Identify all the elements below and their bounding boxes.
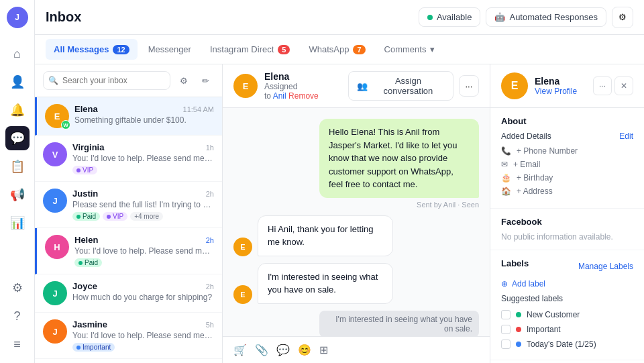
tab-all-messages[interactable]: All Messages 12 bbox=[46, 39, 138, 60]
notifications-icon[interactable]: 🔔 bbox=[5, 98, 30, 122]
settings-icon[interactable]: ⚙ bbox=[5, 276, 30, 300]
facebook-title: Facebook bbox=[501, 217, 633, 227]
tab-messenger[interactable]: Messenger bbox=[140, 39, 199, 60]
conversation-body: Jasmine 5h You: I'd love to help. Please… bbox=[72, 319, 214, 352]
automated-responses-button[interactable]: 🤖 Automated Responses bbox=[486, 7, 606, 27]
home-icon[interactable]: ⌂ bbox=[5, 42, 30, 66]
activity-section: Activity Keep track of important custome… bbox=[490, 360, 644, 363]
conversation-preview: Something giftable under $100. bbox=[74, 115, 214, 125]
help-icon[interactable]: ? bbox=[5, 304, 30, 328]
cart-icon[interactable]: 🛒 bbox=[233, 344, 247, 356]
analytics-icon[interactable]: 📊 bbox=[5, 211, 30, 235]
manage-labels-link[interactable]: Manage Labels bbox=[578, 262, 633, 271]
address-detail[interactable]: 🏠 + Address bbox=[501, 187, 633, 196]
tab-whatsapp-badge: 7 bbox=[353, 45, 365, 54]
more-options-button[interactable]: ··· bbox=[459, 75, 479, 97]
grid-icon[interactable]: ⊞ bbox=[319, 344, 328, 356]
inbox-icon[interactable]: 💬 bbox=[5, 126, 30, 150]
facebook-text: No public information available. bbox=[501, 232, 633, 242]
conversation-item[interactable]: H Helen 2h You: I'd love to help. Please… bbox=[35, 228, 222, 274]
platform-badge: W bbox=[61, 120, 70, 129]
more-options-icon[interactable]: ··· bbox=[593, 76, 612, 95]
attachment-icon[interactable]: 📎 bbox=[255, 344, 268, 356]
labels-section: Labels Manage Labels ⊕ Add label Suggest… bbox=[490, 250, 644, 360]
birthday-detail[interactable]: 🎂 + Birthday bbox=[501, 173, 633, 183]
message-received: E Hi Anil, thank you for letting me know… bbox=[233, 215, 393, 256]
page-header: Inbox Available 🤖 Automated Responses ⚙ bbox=[35, 0, 644, 35]
email-detail[interactable]: ✉ + Email bbox=[501, 160, 633, 169]
avatar: E W bbox=[45, 104, 69, 128]
conversation-time: 5h bbox=[206, 321, 214, 329]
panel-user: E Elena View Profile bbox=[501, 72, 577, 99]
status-button[interactable]: Available bbox=[419, 7, 481, 27]
conversation-item[interactable]: E W Elena 11:54 AM Something giftable un… bbox=[35, 97, 222, 136]
compose-icon[interactable]: ✏ bbox=[198, 71, 215, 90]
tab-instagram-badge: 5 bbox=[278, 45, 290, 54]
conversation-tags: Important bbox=[72, 343, 214, 352]
message-avatar: E bbox=[233, 238, 252, 256]
user-avatar[interactable]: J bbox=[7, 7, 28, 28]
chat-user-details: Elena Assigned to Anil Remove bbox=[264, 71, 348, 101]
inbox-tabs: All Messages 12 Messenger Instagram Dire… bbox=[35, 35, 644, 64]
conversation-item[interactable]: J Jasmine 5h You: I'd love to help. Plea… bbox=[35, 313, 222, 359]
right-panel: E Elena View Profile ··· ✕ About Added D… bbox=[490, 64, 644, 363]
phone-icon: 📞 bbox=[501, 146, 511, 156]
tab-instagram[interactable]: Instagram Direct 5 bbox=[202, 39, 299, 60]
conversation-item[interactable]: R W Ruki 1d You: I'd love to help. Pleas… bbox=[35, 359, 222, 363]
conversation-header: Jasmine 5h bbox=[72, 319, 214, 329]
panel-user-info: Elena View Profile bbox=[535, 76, 577, 96]
speech-bubble-icon[interactable]: 💬 bbox=[276, 344, 290, 356]
conversation-item[interactable]: J Joyce 2h How much do you charge for sh… bbox=[35, 274, 222, 313]
conversation-name: Helen bbox=[74, 235, 98, 245]
close-icon[interactable]: ✕ bbox=[614, 76, 633, 95]
phone-detail[interactable]: 📞 + Phone Number bbox=[501, 146, 633, 156]
label-color-dot bbox=[516, 342, 521, 347]
conversation-preview: You: I'd love to help. Please send me s.… bbox=[72, 331, 214, 340]
label-checkbox[interactable] bbox=[501, 340, 511, 349]
assign-conversation-button[interactable]: 👥 Assign conversation bbox=[348, 71, 453, 101]
menu-icon[interactable]: ≡ bbox=[5, 332, 30, 356]
label-checkbox[interactable] bbox=[501, 325, 511, 334]
conversation-item[interactable]: V Virginia 1h You: I'd love to help. Ple… bbox=[35, 136, 222, 182]
chat-header-right: 👥 Assign conversation ··· bbox=[348, 71, 479, 101]
search-input[interactable] bbox=[43, 71, 170, 90]
conversation-list: E W Elena 11:54 AM Something giftable un… bbox=[35, 97, 222, 363]
assigned-to-link[interactable]: Anil bbox=[273, 91, 286, 101]
chevron-down-icon: ▾ bbox=[430, 44, 435, 54]
suggested-label-item: Today's Date (1/25) bbox=[501, 337, 633, 352]
conversation-time: 1h bbox=[206, 144, 214, 152]
label-checkbox[interactable] bbox=[501, 310, 511, 319]
conversation-item[interactable]: J Justin 2h Please send the full list! I… bbox=[35, 182, 222, 228]
filter-icon[interactable]: ⚙ bbox=[176, 71, 193, 90]
panel-user-name: Elena bbox=[535, 76, 577, 87]
chat-area: E Elena Assigned to Anil Remove 👥 Assign… bbox=[223, 64, 490, 363]
status-label: Available bbox=[437, 12, 472, 22]
conversation-tags: Paid bbox=[74, 258, 214, 267]
chat-header: E Elena Assigned to Anil Remove 👥 Assign… bbox=[223, 64, 490, 108]
edit-link[interactable]: Edit bbox=[619, 132, 633, 141]
view-profile-link[interactable]: View Profile bbox=[535, 87, 577, 96]
suggested-label-item: New Customer bbox=[501, 307, 633, 322]
orders-icon[interactable]: 📋 bbox=[5, 154, 30, 178]
conversation-time: 11:54 AM bbox=[183, 105, 214, 113]
label-name: New Customer bbox=[527, 310, 580, 319]
add-label-button[interactable]: ⊕ Add label bbox=[501, 279, 633, 289]
tab-all-badge: 12 bbox=[113, 45, 129, 54]
message-sent: I'm interested in seeing what you have o… bbox=[319, 311, 479, 337]
remove-link[interactable]: Remove bbox=[288, 91, 319, 101]
birthday-text: + Birthday bbox=[517, 173, 553, 183]
assign-label: Assign conversation bbox=[372, 76, 445, 96]
details-header: Added Details Edit bbox=[501, 132, 633, 141]
emoji-icon[interactable]: 😊 bbox=[298, 344, 311, 356]
tab-comments[interactable]: Comments ▾ bbox=[376, 39, 443, 60]
megaphone-icon[interactable]: 📢 bbox=[5, 183, 30, 207]
conversation-name: Justin bbox=[72, 189, 98, 199]
tag: Important bbox=[72, 343, 115, 352]
facebook-section: Facebook No public information available… bbox=[490, 209, 644, 250]
robot-icon: 🤖 bbox=[494, 12, 505, 22]
tab-whatsapp[interactable]: WhatsApp 7 bbox=[301, 39, 373, 60]
contacts-icon[interactable]: 👤 bbox=[5, 70, 30, 94]
content-area: 🔍 ⚙ ✏ E W Elena 11:54 AM bbox=[35, 64, 644, 363]
about-title: About bbox=[501, 116, 633, 126]
settings-button[interactable]: ⚙ bbox=[612, 7, 633, 28]
